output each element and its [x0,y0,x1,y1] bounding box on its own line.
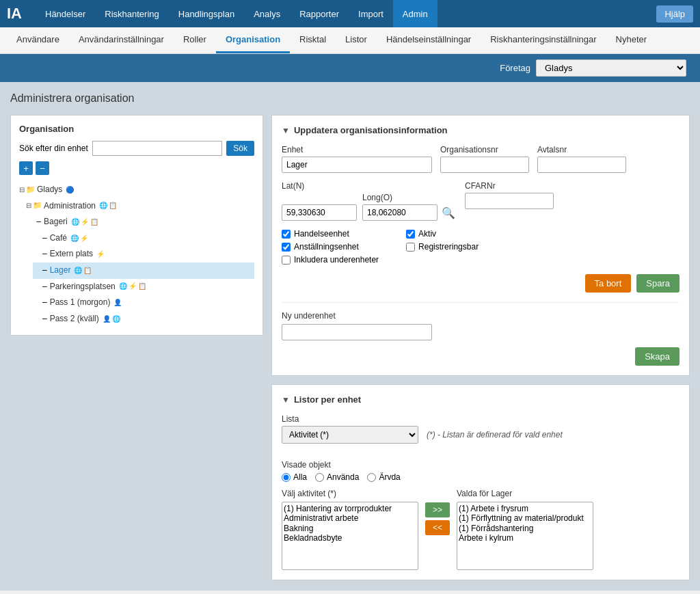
remove-unit-button[interactable]: − [36,161,49,175]
radio-arvda-input[interactable] [367,473,376,482]
radio-arvda: Ärvda [367,472,400,482]
tree-icon-lightning-cafe: ⚡ [80,232,88,245]
form-group-long: Long(O) 🔍 [362,193,457,221]
registreringsbar-checkbox-label: Registreringsbar [418,242,479,252]
cfar-label: CFARNr [465,181,554,191]
nav-riskhantering[interactable]: Riskhantering [95,0,169,27]
tree-item-bageri[interactable]: - – Bageri 🌐 ⚡ 📋 [33,214,254,230]
tree-item-pass1[interactable]: – Pass 1 (morgon) 👤 [33,295,254,311]
checkbox-section: Handelseenhet Anställningsenhet Inkluder… [282,229,679,265]
help-button[interactable]: Hjälp [656,5,693,23]
add-remove-row: + − [19,161,254,175]
tree-item-administration[interactable]: ⊟ 📁 Administration 🌐 📋 [26,198,254,215]
tree-icon-info-gladys: 🔵 [66,184,74,196]
subnav-anvandare[interactable]: Användare [7,27,69,53]
panel-title: Organisation [19,124,254,134]
subnav-listor[interactable]: Listor [336,27,377,53]
nav-admin[interactable]: Admin [393,0,438,27]
activity-listbox-container: (1) Hantering av torrprodukter Administr… [282,502,418,570]
form-row-2: Lat(N) Long(O) 🔍 [282,181,679,221]
activity-option-2[interactable]: Administrativt arbete [284,513,416,523]
move-right-button[interactable]: >> [425,502,450,517]
subunit-input[interactable] [282,324,432,340]
activity-option-4[interactable]: Bekladnadsbyte [284,533,416,543]
tree-label-lager: Lager [50,263,71,278]
tree-item-lager[interactable]: – Lager 🌐 📋 [33,262,254,279]
lista-row: Lista Aktivitet (*) (*) - Listan är defi… [282,414,679,452]
radio-alla-input[interactable] [282,473,291,482]
delete-button[interactable]: Ta bort [585,274,632,293]
orgnr-input[interactable] [440,157,529,173]
subnav-riskhanteringsinstallningar[interactable]: Riskhanteringsinställningar [481,27,606,53]
lista-select[interactable]: Aktivitet (*) [282,426,418,444]
anstallningsenhet-checkbox-label: Anställningsenhet [294,242,359,252]
radio-anvanda-input[interactable] [315,473,324,482]
lat-input[interactable] [282,204,357,221]
tree-icon-list-park: 📋 [138,280,146,293]
checkbox-col-right: Aktiv Registreringsbar [406,229,479,265]
coord-row: Long(O) 🔍 [282,193,457,221]
page-title: Administrera organisation [10,92,690,105]
radio-arvda-label: Ärvda [379,472,400,482]
geo-search-button[interactable]: 🔍 [440,205,457,221]
subnav-nyheter[interactable]: Nyheter [606,27,657,53]
organisation-tree: ⊟ 📁 Gladys 🔵 ⊟ 📁 Administration 🌐 📋 [19,182,254,327]
subnav-organisation[interactable]: Organisation [216,27,290,53]
selected-option-4[interactable]: Arbete i kylrum [459,533,591,543]
activity-option-3[interactable]: Bakning [284,524,416,533]
enhet-label: Enhet [282,145,432,154]
activity-option-1[interactable]: (1) Hantering av torrprodukter [284,504,416,513]
checkbox-col-left: Handelseenhet Anställningsenhet Inkluder… [282,229,379,265]
anstallningsenhet-checkbox[interactable] [282,243,291,252]
tree-label-pass1: Pass 1 (morgon) [50,295,111,310]
move-left-button[interactable]: << [425,520,450,535]
radio-alla-label: Alla [293,472,307,482]
nav-handlingsplan[interactable]: Handlingsplan [169,0,244,27]
enhet-input[interactable] [282,157,432,173]
cfar-input[interactable] [465,193,554,209]
handelseenhet-checkbox[interactable] [282,230,291,239]
registreringsbar-checkbox[interactable] [406,243,415,252]
long-input[interactable] [362,204,438,221]
selected-listbox[interactable]: (1) Arbete i frysrum (1) Förflyttning av… [457,502,593,570]
collapse-arrow-org[interactable]: ▼ [282,126,290,135]
selected-option-1[interactable]: (1) Arbete i frysrum [459,504,591,513]
tree-item-extern-plats[interactable]: – Extern plats ⚡ [33,246,254,262]
subnav-risktal[interactable]: Risktal [290,27,336,53]
aktiv-checkbox[interactable] [406,230,415,239]
selected-option-2[interactable]: (1) Förflyttning av material/produkt [459,513,591,523]
add-unit-button[interactable]: + [19,161,33,175]
lists-header: ▼ Listor per enhet [282,394,679,405]
tree-item-pass2[interactable]: – Pass 2 (kväll) 👤 🌐 [33,311,254,327]
inkludera-checkbox-label: Inkludera underenheter [294,255,379,265]
search-input[interactable] [92,141,223,156]
inkludera-checkbox[interactable] [282,256,291,265]
subnav-anvandarinstallningar[interactable]: Användarinställningar [69,27,174,53]
tree-label-pass2: Pass 2 (kväll) [50,312,99,327]
nav-rapporter[interactable]: Rapporter [290,0,349,27]
nav-handelser[interactable]: Händelser [36,0,95,27]
search-button[interactable]: Sök [226,141,254,156]
search-label: Sök efter din enhet [19,144,88,153]
save-button[interactable]: Spara [636,274,679,293]
collapse-arrow-lists[interactable]: ▼ [282,395,290,405]
tree-item-gladys[interactable]: ⊟ 📁 Gladys 🔵 [19,182,254,198]
nav-analys[interactable]: Analys [244,0,290,27]
checkbox-aktiv: Aktiv [406,229,479,239]
activity-listbox[interactable]: (1) Hantering av torrprodukter Administr… [282,502,418,570]
activity-right-col: Valda för Lager (1) Arbete i frysrum (1)… [457,489,593,570]
create-button[interactable]: Skapa [635,347,679,366]
selected-option-3[interactable]: (1) Förrådshantering [459,524,591,533]
avtalsnr-input[interactable] [537,157,626,173]
subnav-handelsinstallningar[interactable]: Händelseinställningar [377,27,481,53]
tree-icon-list-bageri: 📋 [90,216,98,228]
tree-item-parkeringsplatsen[interactable]: – Parkeringsplatsen 🌐 ⚡ 📋 [33,279,254,295]
tree-item-cafe[interactable]: – Café 🌐 ⚡ [33,230,254,247]
company-select[interactable]: Gladys [536,59,686,77]
checkbox-anstallningsenhet: Anställningsenhet [282,242,379,252]
radio-alla: Alla [282,472,307,482]
activity-section: Välj aktivitet (*) (1) Hantering av torr… [282,489,679,570]
nav-import[interactable]: Import [349,0,393,27]
tree-icon-globe-park: 🌐 [119,280,127,293]
subnav-roller[interactable]: Roller [174,27,216,53]
